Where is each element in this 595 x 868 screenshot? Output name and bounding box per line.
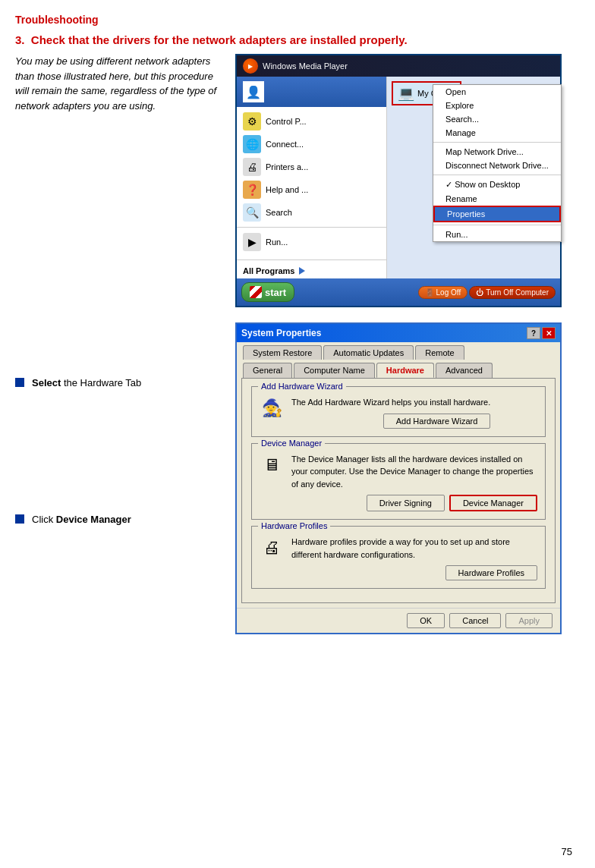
tab-content-hardware: Add Hardware Wizard 🧙 The Add Hardware W… (241, 378, 556, 603)
wmp-logo-icon: ▶ (243, 58, 258, 74)
wmp-header: ▶ Windows Media Player (237, 55, 560, 77)
menu-right-panel: 💻 My Com... Open Explore Search... Manag… (387, 77, 560, 278)
ok-btn[interactable]: OK (407, 613, 445, 628)
printers-icon: 🖨 (243, 158, 261, 176)
intro-text: You may be using different network adapt… (15, 54, 228, 113)
bullet-icon-1 (15, 378, 24, 387)
all-programs-btn[interactable]: All Programs (237, 263, 386, 278)
tabs-row1: System Restore Automatic Updates Remote (237, 342, 560, 360)
ctx-open[interactable]: Open (433, 85, 561, 99)
menu-item-run[interactable]: ▶ Run... (237, 231, 386, 253)
add-hw-section-label: Add Hardware Wizard (258, 382, 346, 391)
hw-profiles-desc: Hardware profiles provide a way for you … (291, 536, 537, 561)
startmenu-screenshot: ▶ Windows Media Player 👤 ⚙ Control P... (235, 54, 562, 307)
titlebar-controls: ? ✕ (527, 327, 556, 339)
content-area: Select the Hardware Tab Click Device Man… (15, 322, 580, 634)
ctx-rename[interactable]: Rename (433, 192, 561, 206)
menu-user-area: 👤 (237, 77, 386, 107)
wmp-title: Windows Media Player (263, 61, 348, 71)
tab-computer-name[interactable]: Computer Name (294, 363, 375, 378)
device-mgr-content: 🖥 The Device Manager lists all the hardw… (260, 453, 537, 512)
tab-system-restore[interactable]: System Restore (243, 345, 322, 360)
bullet-item-2: Click Device Manager (15, 512, 235, 527)
bullet-item-1: Select the Hardware Tab (15, 376, 235, 391)
device-mgr-icon: 🖥 (260, 453, 284, 477)
tab-general[interactable]: General (243, 363, 292, 378)
ctx-show-desktop[interactable]: ✓ Show on Desktop (433, 178, 561, 192)
taskbar: start 🚪 Log Off ⏻ Turn Off Computer (237, 278, 560, 306)
ctx-map-drive[interactable]: Map Network Drive... (433, 145, 561, 159)
menu-item-controlpanel[interactable]: ⚙ Control P... (237, 110, 386, 133)
hw-profiles-section-label: Hardware Profiles (258, 521, 330, 530)
add-hw-btn-row: Add Hardware Wizard (291, 414, 490, 429)
bullet-icon-2 (15, 514, 24, 524)
device-mgr-desc: The Device Manager lists all the hardwar… (291, 453, 537, 491)
tab-remote[interactable]: Remote (415, 345, 464, 360)
tab-automatic-updates[interactable]: Automatic Updates (323, 345, 414, 360)
checkmark-icon: ✓ (445, 180, 452, 189)
menu-item-search[interactable]: 🔍 Search (237, 201, 386, 224)
ctx-sep1 (433, 142, 561, 143)
add-hw-content: 🧙 The Add Hardware Wizard helps you inst… (260, 396, 537, 429)
start-button[interactable]: start (241, 282, 294, 302)
page-container: Troubleshooting 3. Check that the driver… (0, 0, 595, 868)
computer-icon: 💻 (398, 85, 414, 102)
ctx-manage[interactable]: Manage (433, 126, 561, 140)
driver-signing-btn[interactable]: Driver Signing (367, 495, 445, 511)
ctx-sep2 (433, 175, 561, 175)
turnoff-button[interactable]: ⏻ Turn Off Computer (469, 286, 556, 299)
menu-item-connect[interactable]: 🌐 Connect... (237, 133, 386, 156)
power-icon: ⏻ (476, 288, 483, 297)
add-hw-section: Add Hardware Wizard 🧙 The Add Hardware W… (251, 386, 546, 437)
tab-hardware[interactable]: Hardware (376, 363, 434, 378)
add-hw-wizard-btn[interactable]: Add Hardware Wizard (383, 414, 491, 429)
system-properties-dialog: System Properties ? ✕ System Restore Aut… (235, 322, 562, 634)
all-programs-arrow-icon (299, 267, 305, 275)
search-icon: 🔍 (243, 203, 261, 222)
ctx-sep3 (433, 225, 561, 225)
ctx-explore[interactable]: Explore (433, 99, 561, 112)
ctx-properties[interactable]: Properties (433, 206, 561, 222)
ctx-run[interactable]: Run... (433, 228, 561, 241)
help-titlebar-btn[interactable]: ? (527, 327, 540, 339)
cancel-btn[interactable]: Cancel (449, 613, 501, 628)
logoff-button[interactable]: 🚪 Log Off (418, 286, 468, 299)
bullet-text-2: Click Device Manager (32, 512, 131, 527)
hw-profiles-content: 🖨 Hardware profiles provide a way for yo… (260, 536, 537, 580)
context-menu: Open Explore Search... Manage Map Networ… (433, 84, 562, 242)
add-hw-desc: The Add Hardware Wizard helps you instal… (291, 396, 490, 409)
tab-advanced[interactable]: Advanced (436, 363, 493, 378)
dialog-titlebar: System Properties ? ✕ (237, 324, 560, 342)
ctx-search[interactable]: Search... (433, 112, 561, 126)
menu-item-printers[interactable]: 🖨 Printers a... (237, 156, 386, 178)
menu-divider2 (237, 259, 386, 260)
device-mgr-btn-row: Driver Signing Device Manager (291, 495, 537, 511)
page-number: 75 (562, 846, 572, 857)
dialog-title: System Properties (241, 328, 321, 338)
hw-profiles-icon: 🖨 (260, 536, 284, 560)
ctx-disconnect-drive[interactable]: Disconnect Network Drive... (433, 159, 561, 172)
left-column: Select the Hardware Tab Click Device Man… (15, 322, 235, 634)
add-hw-icon: 🧙 (260, 396, 284, 420)
menu-body: 👤 ⚙ Control P... 🌐 Connect... 🖨 (237, 77, 560, 278)
step-heading: 3. Check that the drivers for the networ… (15, 32, 580, 48)
connect-icon: 🌐 (243, 135, 261, 153)
device-mgr-section-label: Device Manager (258, 439, 325, 448)
device-manager-btn[interactable]: Device Manager (449, 495, 537, 511)
menu-item-help[interactable]: ❓ Help and ... (237, 178, 386, 201)
menu-items-left: ⚙ Control P... 🌐 Connect... 🖨 Printers a… (237, 107, 386, 256)
run-icon: ▶ (243, 233, 261, 251)
close-titlebar-btn[interactable]: ✕ (542, 327, 556, 339)
controlpanel-icon: ⚙ (243, 112, 261, 131)
hw-profiles-section: Hardware Profiles 🖨 Hardware profiles pr… (251, 526, 546, 589)
hw-profiles-btn-row: Hardware Profiles (291, 565, 537, 580)
hw-profiles-btn[interactable]: Hardware Profiles (445, 565, 537, 580)
dialog-footer: OK Cancel Apply (237, 608, 560, 633)
section-title: Troubleshooting (15, 14, 580, 26)
logoff-icon: 🚪 (425, 288, 434, 297)
bullet-text-1: Select the Hardware Tab (32, 376, 141, 391)
user-avatar: 👤 (243, 81, 264, 102)
apply-btn[interactable]: Apply (505, 613, 552, 628)
help-icon: ❓ (243, 181, 261, 199)
menu-left-panel: 👤 ⚙ Control P... 🌐 Connect... 🖨 (237, 77, 387, 278)
